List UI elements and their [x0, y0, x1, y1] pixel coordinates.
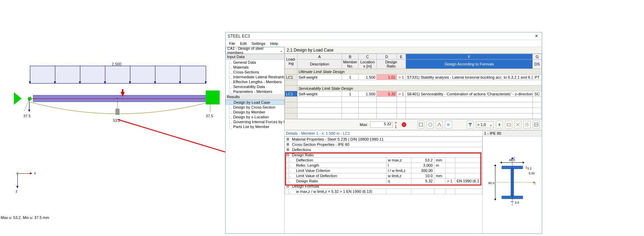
table-row: [285, 113, 542, 119]
tb-btn-2[interactable]: [426, 121, 433, 128]
load-arrow: [155, 66, 155, 84]
tb-btn-6[interactable]: [505, 121, 512, 128]
col-loading: Load- ing: [285, 54, 297, 69]
col-desc: Description: [297, 60, 342, 69]
beam-axis: [30, 99, 211, 99]
nav-item[interactable]: Design by Cross-Section: [226, 105, 284, 110]
details-row[interactable]: Cross-Section Properties - IPE 80: [285, 142, 482, 147]
load-arrow: [206, 66, 206, 84]
leader: [21, 99, 35, 116]
svg-rect-4: [447, 123, 450, 126]
max-cmp: > 1: [395, 120, 400, 129]
tb-btn-4[interactable]: [445, 121, 452, 128]
close-icon[interactable]: ✕: [533, 34, 540, 38]
details-row[interactable]: Limit Value of Deflectionw limit,z10.0mm: [285, 173, 482, 179]
cell-member: 1: [342, 74, 359, 80]
axis-origin: [16, 172, 18, 174]
col-letter: G: [533, 54, 542, 60]
tb-btn-5[interactable]: [496, 121, 503, 128]
tb-btn-7[interactable]: [514, 121, 521, 128]
details-row[interactable]: Deflections: [285, 147, 482, 152]
cell-ratio: 5.32: [377, 91, 397, 97]
table-row[interactable]: LC1 Self-weight 1 1.500 5.32 > 1 SE401) …: [285, 91, 542, 97]
cell-formula: ST331) Stability analysis - Lateral tors…: [406, 74, 533, 80]
table-row: [285, 108, 542, 113]
tb-btn-8[interactable]: [523, 121, 530, 128]
steel-ec3-window: STEEL EC3 ✕ File Edit Settings Help CA1 …: [225, 32, 542, 234]
group-sls: Serviceability Limit State Design: [285, 86, 542, 91]
chevron-down-icon: ⌄: [489, 123, 492, 127]
menu-file[interactable]: File: [227, 41, 237, 46]
load-arrow: [180, 66, 180, 84]
cell-ds: PT: [533, 74, 542, 80]
cell-x: 1.500: [359, 74, 377, 80]
nav-item[interactable]: Design by x-Location: [226, 115, 284, 119]
section-panel: 1 - IPE 80: [483, 131, 542, 234]
section-title: 1 - IPE 80: [483, 131, 542, 136]
col-loc: Location x [m]: [359, 60, 377, 69]
load-arrow: [55, 66, 55, 84]
titlebar: STEEL EC3 ✕: [226, 32, 542, 40]
tb-btn-1[interactable]: [417, 121, 424, 128]
load-box: [30, 66, 206, 84]
model-diagram: /* draw panel dividers & arrows below */…: [0, 0, 222, 226]
menu-help[interactable]: Help: [268, 41, 280, 46]
nav-item[interactable]: Design by Member: [226, 110, 284, 115]
cell-formula: SE401) Serviceability - Combination of a…: [406, 91, 533, 97]
cell-lc: LC1: [285, 74, 297, 80]
col-letter: A: [297, 54, 342, 60]
table-row[interactable]: LC1 Self-weight 1 1.500 1.01 > 1 ST331) …: [285, 74, 542, 80]
max-value: 5.32: [370, 121, 393, 128]
svg-marker-22: [494, 164, 496, 166]
details-row[interactable]: Deflectionw max,z53.2mm: [285, 158, 482, 163]
details-row[interactable]: Design Formula: [285, 184, 482, 189]
nav-head-input: Input Data: [226, 54, 284, 60]
nav-item[interactable]: Materials: [226, 65, 284, 70]
results-grid[interactable]: Load- ing A B C D E F G Description Memb…: [285, 54, 542, 119]
cell-cmp: > 1: [397, 91, 406, 97]
details-row[interactable]: Limit Value Criterionl / w limit,z300.00: [285, 168, 482, 173]
menu-settings[interactable]: Settings: [250, 41, 268, 46]
axis-z-label: z: [16, 189, 18, 193]
global-x-axis: [17, 173, 32, 174]
status-text: Max u: 53.2, Min u: 37.5 mm: [1, 215, 49, 220]
tb-btn-9[interactable]: [533, 121, 540, 128]
case-combo[interactable]: CA1 - Design of steel members ⌄: [226, 47, 284, 54]
support-pin: [14, 92, 22, 105]
nav-item[interactable]: Effective Lengths - Members: [226, 79, 284, 84]
details-row[interactable]: Material Properties - Steel S 235 | DIN …: [285, 137, 482, 142]
load-arrow: [105, 66, 105, 84]
grid-title: 2.1 Design by Load Case: [285, 47, 542, 54]
details-row[interactable]: Refer. Lengthl3.000m: [285, 163, 482, 168]
nav-item[interactable]: Governing Internal Forces by M: [226, 119, 284, 124]
menu-edit[interactable]: Edit: [238, 41, 249, 46]
nav-item[interactable]: Parameters - Members: [226, 89, 284, 94]
tb-filter-select[interactable]: > 1,0⌄: [476, 121, 494, 128]
col-ds: DS: [533, 60, 542, 69]
details-row[interactable]: Design Ratioη5.32> 1EN 1990 (6.1: [285, 179, 482, 184]
menubar: File Edit Settings Help: [226, 40, 542, 47]
details-row[interactable]: Design Ratio: [285, 152, 482, 158]
nav-item[interactable]: General Data: [226, 60, 284, 65]
svg-text:3.8: 3.8: [515, 201, 519, 204]
tb-btn-3[interactable]: [436, 121, 443, 128]
svg-text:y: y: [534, 181, 536, 185]
nav-item[interactable]: Intermediate Lateral Restraints: [226, 74, 284, 79]
cell-ratio: 1.01: [377, 74, 397, 80]
cell-member: 1: [342, 91, 359, 97]
grid-toolbar: Max: 5.32 > 1 ! > 1,0⌄: [285, 119, 542, 130]
nav-item[interactable]: Cross-Sections: [226, 70, 284, 74]
details-title: Details - Member 1 - x: 1.500 m - LC1: [285, 131, 482, 136]
nav-item[interactable]: Parts List by Member: [226, 124, 284, 129]
cell-x: 1.500: [359, 91, 377, 97]
load-arrow: [130, 66, 130, 84]
details-row[interactable]: w max,z / w limit,z = 5.32 > 1 EN 1990 (…: [285, 189, 482, 194]
nav-item[interactable]: Design by Load Case: [226, 100, 284, 105]
case-combo-text: CA1 - Design of steel members: [227, 47, 279, 55]
nav-item[interactable]: Serviceability Data: [226, 84, 284, 89]
error-icon: !: [402, 122, 406, 127]
tb-filter[interactable]: [467, 121, 474, 128]
nav-tree: CA1 - Design of steel members ⌄ Input Da…: [226, 47, 285, 234]
cell-cmp: > 1: [397, 74, 406, 80]
nav-head-results: Results: [226, 94, 284, 100]
